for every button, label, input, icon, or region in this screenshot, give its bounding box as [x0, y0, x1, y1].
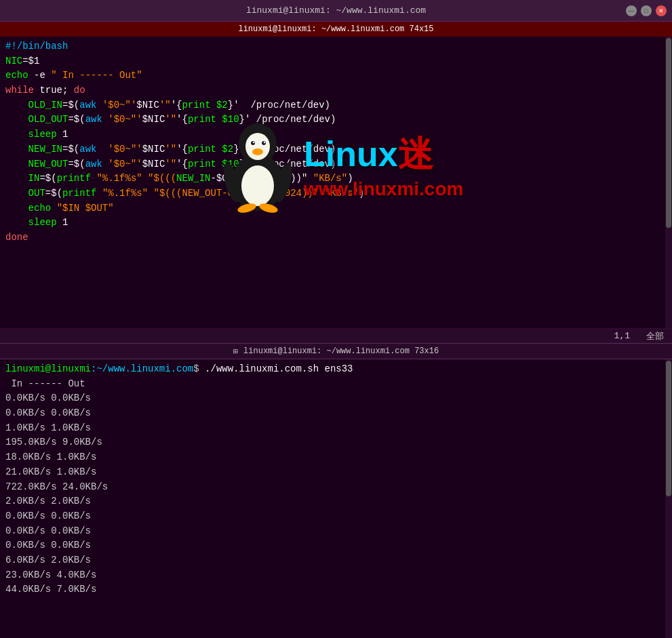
terminal-output-7: 722.0KB/s 24.0KB/s — [5, 480, 667, 495]
terminal-output-11: 0.0KB/s 0.0KB/s — [5, 538, 667, 553]
vim-line-9: NEW_OUT=$(awk '$0~"'$NIC'"'{print $10}' … — [5, 157, 667, 172]
terminal-output-10: 0.0KB/s 0.0KB/s — [5, 524, 667, 539]
terminal-scrollbar[interactable] — [665, 359, 672, 638]
vim-scrollbar-thumb[interactable] — [666, 38, 671, 228]
terminal-content: linuxmi@linuxmi:~/www.linuxmi.com$ ./www… — [0, 359, 672, 638]
vim-line-8: NEW_IN=$(awk '$0~"'$NIC'"'{print $2}' /p… — [5, 142, 667, 157]
window-controls: — □ ✕ — [626, 5, 667, 16]
terminal-output-12: 6.0KB/s 2.0KB/s — [5, 553, 667, 568]
vim-line-11: OUT=$(printf "%.1f%s" "$(((NEW_OUT-OLD_O… — [5, 186, 667, 201]
terminal-path: :~/www.linuxmi.com — [91, 363, 193, 374]
terminal-output-14: 44.0KB/s 7.0KB/s — [5, 582, 667, 597]
terminal-output-8: 2.0KB/s 2.0KB/s — [5, 494, 667, 509]
terminal-scrollbar-thumb[interactable] — [666, 361, 671, 496]
terminal-dollar: $ — [193, 363, 199, 374]
vim-line-2: NIC=$1 — [5, 54, 667, 69]
vim-status-bar: 1,1 全部 — [0, 328, 672, 343]
terminal-output-0: In ------ Out — [5, 377, 667, 392]
terminal-pane: linuxmi@linuxmi:~/www.linuxmi.com$ ./www… — [0, 359, 672, 638]
minimize-button[interactable]: — — [626, 5, 637, 16]
vim-line-7: sleep 1 — [5, 127, 667, 142]
pane-divider: ⊞ linuxmi@linuxmi: ~/www.linuxmi.com 73x… — [0, 343, 672, 359]
terminal-output-9: 0.0KB/s 0.0KB/s — [5, 509, 667, 524]
terminal-output-6: 21.0KB/s 1.0KB/s — [5, 465, 667, 480]
pane-divider-text: linuxmi@linuxmi: ~/www.linuxmi.com 73x16 — [243, 346, 439, 356]
vim-line-3: echo -e " In ------ Out" — [5, 68, 667, 83]
terminal-output-13: 23.0KB/s 4.0KB/s — [5, 568, 667, 583]
terminal-user: linuxmi@linuxmi — [5, 363, 91, 374]
vim-line-13: sleep 1 — [5, 216, 667, 231]
terminal-output-4: 195.0KB/s 9.0KB/s — [5, 435, 667, 450]
vim-line-5: OLD_IN=$(awk '$0~"'$NIC'"'{print $2}' /p… — [5, 98, 667, 113]
maximize-button[interactable]: □ — [641, 5, 652, 16]
vim-line-6: OLD_OUT=$(awk '$0~"'$NIC'"'{print $10}' … — [5, 113, 667, 127]
terminal-command: ./www.linuxmi.com.sh ens33 — [199, 363, 353, 374]
terminal-prompt-line: linuxmi@linuxmi:~/www.linuxmi.com$ ./www… — [5, 362, 667, 377]
terminal-output-2: 0.0KB/s 0.0KB/s — [5, 406, 667, 421]
vim-pane: Linux迷 www.linuxmi.com #!/bin/bash NIC=$… — [0, 37, 672, 328]
terminal-output-5: 18.0KB/s 1.0KB/s — [5, 450, 667, 465]
terminal-window: linuxmi@linuxmi: ~/www.linuxmi.com — □ ✕… — [0, 0, 672, 638]
vim-line-12: echo "$IN $OUT" — [5, 201, 667, 216]
terminal-output-1: 0.0KB/s 0.0KB/s — [5, 391, 667, 406]
pane-divider-icon: ⊞ — [233, 346, 238, 357]
vim-tab-bar: linuxmi@linuxmi: ~/www.linuxmi.com 74x15 — [0, 22, 672, 37]
close-button[interactable]: ✕ — [656, 5, 667, 16]
vim-line-14: done — [5, 231, 667, 245]
vim-line-4: while true; do — [5, 83, 667, 98]
vim-tab-label: linuxmi@linuxmi: ~/www.linuxmi.com 74x15 — [238, 24, 433, 34]
vim-content: Linux迷 www.linuxmi.com #!/bin/bash NIC=$… — [0, 37, 672, 328]
vim-all-label: 全部 — [646, 330, 664, 342]
vim-scrollbar[interactable] — [665, 37, 672, 328]
vim-line-1: #!/bin/bash — [5, 39, 667, 54]
terminal-output-3: 1.0KB/s 1.0KB/s — [5, 421, 667, 436]
vim-line-10: IN=$(printf "%.1f%s" "$(((NEW_IN-$OLD_IN… — [5, 172, 667, 186]
title-bar: linuxmi@linuxmi: ~/www.linuxmi.com — □ ✕ — [0, 0, 672, 22]
window-title: linuxmi@linuxmi: ~/www.linuxmi.com — [246, 5, 426, 16]
vim-position: 1,1 — [614, 331, 630, 341]
